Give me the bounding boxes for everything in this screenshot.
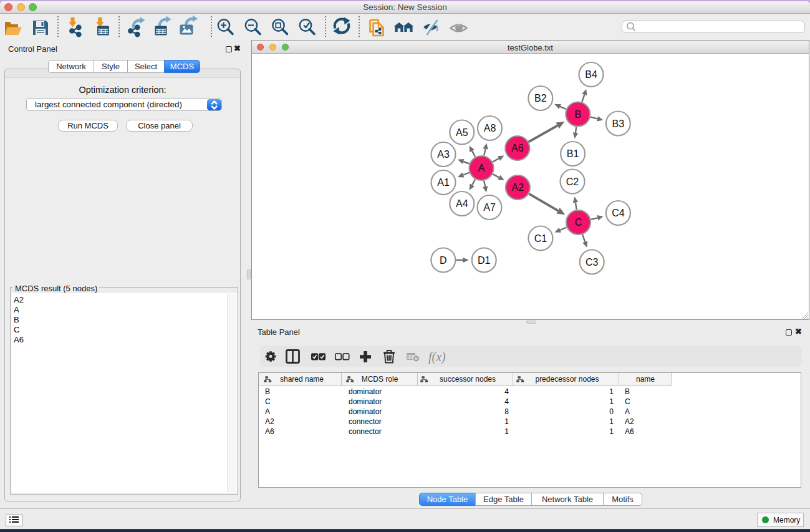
svg-text:A7: A7 <box>483 202 496 213</box>
svg-text:A3: A3 <box>437 149 450 160</box>
svg-text:B4: B4 <box>585 69 597 80</box>
svg-text:D: D <box>440 255 447 266</box>
svg-text:C: C <box>575 217 582 228</box>
svg-text:C2: C2 <box>566 177 579 187</box>
svg-text:A5: A5 <box>456 127 468 138</box>
svg-text:C4: C4 <box>612 208 625 218</box>
svg-text:A8: A8 <box>484 123 496 133</box>
svg-text:A2: A2 <box>512 182 524 193</box>
svg-text:B3: B3 <box>612 118 625 129</box>
svg-text:A1: A1 <box>437 177 450 188</box>
svg-text:B: B <box>574 109 581 120</box>
svg-text:B2: B2 <box>534 93 547 104</box>
svg-text:A6: A6 <box>511 143 524 153</box>
svg-text:A: A <box>478 163 485 173</box>
svg-text:C3: C3 <box>586 257 599 268</box>
svg-text:A4: A4 <box>456 198 468 209</box>
svg-text:C1: C1 <box>534 233 547 244</box>
svg-text:B1: B1 <box>567 148 579 159</box>
svg-text:D1: D1 <box>478 255 491 266</box>
